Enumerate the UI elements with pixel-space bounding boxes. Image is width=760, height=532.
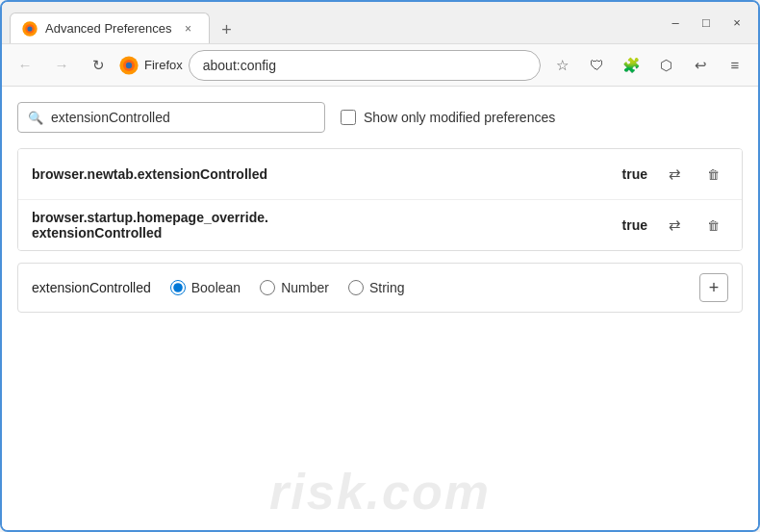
results-table: browser.newtab.extensionControlled true … [17,148,743,251]
title-bar: Advanced Preferences × + – □ × [2,2,758,44]
modified-filter-label[interactable]: Show only modified preferences [341,110,555,125]
watermark: risk.com [269,463,491,520]
address-bar[interactable]: about:config [189,50,541,81]
pref-name-2: browser.startup.homepage_override. exten… [32,210,611,241]
shield-button[interactable]: 🛡 [581,50,612,81]
forward-button[interactable]: → [46,50,77,81]
table-row: browser.startup.homepage_override. exten… [18,200,742,250]
bookmark-button[interactable]: ☆ [546,50,577,81]
delete-button-1[interactable] [697,159,728,190]
boolean-radio[interactable] [170,280,186,295]
menu-button[interactable]: ≡ [720,50,750,81]
number-radio-label[interactable]: Number [260,280,329,295]
row-actions-1 [659,159,728,190]
string-radio[interactable] [348,280,364,295]
svg-point-5 [126,62,132,67]
svg-point-2 [27,26,32,31]
boolean-radio-label[interactable]: Boolean [170,280,241,295]
minimize-button[interactable]: – [662,10,689,37]
search-box[interactable] [17,102,325,133]
firefox-brand-label: Firefox [144,58,183,72]
string-radio-label[interactable]: String [348,280,405,295]
swap-icon-1 [669,165,681,183]
modified-filter-checkbox[interactable] [341,110,356,125]
number-radio[interactable] [260,280,275,295]
toggle-button-1[interactable] [659,159,690,190]
maximize-button[interactable]: □ [693,10,720,37]
window-controls: – □ × [662,10,750,37]
trash-icon-1 [707,165,720,183]
pref-name-1: browser.newtab.extensionControlled [32,166,611,182]
toggle-button-2[interactable] [659,210,690,241]
active-tab[interactable]: Advanced Preferences × [10,13,210,43]
boolean-label: Boolean [191,280,241,295]
delete-button-2[interactable] [697,210,728,241]
tab-close-button[interactable]: × [180,20,197,38]
search-input[interactable] [51,110,315,125]
extension-button[interactable]: 🧩 [616,50,646,81]
sync-button[interactable]: ⬡ [650,50,681,81]
nav-right-icons: ☆ 🛡 🧩 ⬡ ↩ ≡ [546,50,750,81]
new-tab-button[interactable]: + [214,16,241,43]
reload-button[interactable]: ↻ [83,50,114,81]
tab-title: Advanced Preferences [45,21,172,36]
search-row: Show only modified preferences [17,102,743,133]
close-button[interactable]: × [723,10,750,37]
back-button[interactable]: ← [10,50,40,81]
type-radio-group: Boolean Number String [170,280,405,295]
swap-icon-2 [669,216,681,234]
number-label: Number [281,280,329,295]
search-icon [28,109,43,126]
pref-value-1: true [622,166,647,182]
pref-value-2: true [622,217,647,233]
trash-icon-2 [707,216,720,234]
new-pref-name: extensionControlled [32,280,151,295]
tab-area: Advanced Preferences × + [10,2,662,43]
navigation-bar: ← → ↻ Firefox about:config ☆ 🛡 🧩 ⬡ ↩ ≡ [2,44,758,87]
new-pref-row: extensionControlled Boolean Number Strin… [17,263,743,313]
main-content: Show only modified preferences browser.n… [2,87,758,530]
browser-window: Advanced Preferences × + – □ × ← → ↻ Fir… [0,0,760,532]
string-label: String [369,280,405,295]
add-pref-button[interactable]: + [699,273,728,302]
modified-filter-text: Show only modified preferences [364,110,555,125]
row-actions-2 [659,210,728,241]
firefox-logo [119,56,139,75]
tab-favicon [22,21,38,37]
address-text: about:config [203,58,526,73]
history-button[interactable]: ↩ [685,50,716,81]
table-row: browser.newtab.extensionControlled true [18,149,742,200]
